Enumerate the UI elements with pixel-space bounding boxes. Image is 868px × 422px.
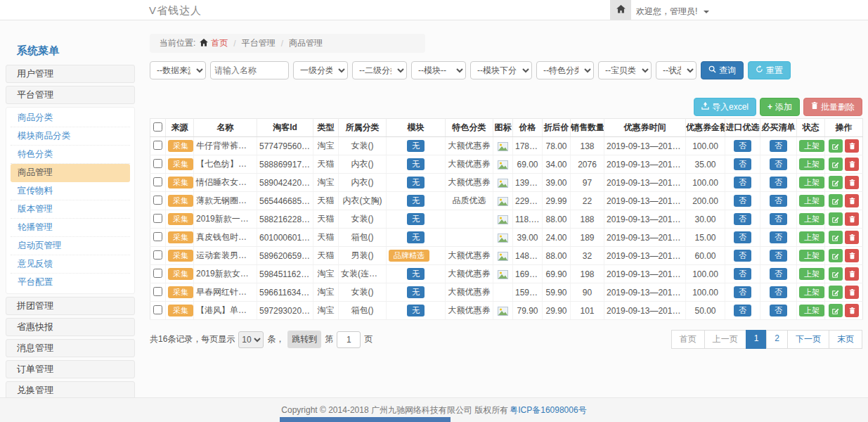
sidebar-item-goods-mgmt[interactable]: 商品管理 (11, 164, 130, 182)
sidebar-item-version-mgmt[interactable]: 版本管理 (11, 200, 130, 219)
sidebar-item-module-goods-category[interactable]: 模块商品分类 (11, 127, 130, 146)
status-select[interactable]: --状态-- (656, 61, 697, 79)
breadcrumb-level1[interactable]: 平台管理 (242, 37, 276, 49)
delete-button[interactable] (845, 176, 859, 189)
sidebar-item-feature-category[interactable]: 特色分类 (11, 146, 130, 164)
sidebar-item-feedback[interactable]: 意见反馈 (11, 255, 130, 274)
row-checkbox[interactable] (153, 287, 162, 296)
sidebar-item-message-mgmt[interactable]: 消息管理 (6, 339, 135, 357)
delete-button[interactable] (845, 231, 859, 244)
delete-button[interactable] (845, 304, 859, 317)
jump-button[interactable]: 跳转到 (287, 331, 321, 348)
edit-button[interactable] (829, 212, 843, 226)
must-buy-toggle[interactable]: 否 (770, 213, 787, 225)
edit-button[interactable] (829, 158, 843, 171)
delete-button[interactable] (845, 194, 859, 207)
sidebar-item-platform-config[interactable]: 平台配置 (11, 274, 130, 292)
row-checkbox[interactable] (153, 269, 162, 278)
import-excel-button[interactable]: 导入excel (694, 98, 756, 116)
module-subcategory-select[interactable]: --模块下分类-- (470, 61, 532, 79)
status-badge[interactable]: 上架 (799, 140, 824, 152)
breadcrumb-level2[interactable]: 商品管理 (289, 37, 323, 49)
edit-button[interactable] (829, 176, 843, 189)
sidebar-item-exchange-mgmt[interactable]: 兑换管理 (6, 381, 135, 397)
import-select-toggle[interactable]: 否 (734, 231, 751, 243)
breadcrumb-home-link[interactable]: 首页 (211, 37, 228, 49)
status-badge[interactable]: 上架 (799, 250, 824, 262)
must-buy-toggle[interactable]: 否 (770, 177, 787, 188)
prev-page-button[interactable]: 上一页 (704, 330, 746, 349)
import-select-toggle[interactable]: 否 (734, 195, 751, 207)
batch-delete-button[interactable]: 批量删除 (803, 98, 862, 116)
sidebar-item-order-mgmt[interactable]: 订单管理 (6, 360, 135, 378)
must-buy-toggle[interactable]: 否 (770, 231, 787, 243)
status-badge[interactable]: 上架 (799, 158, 824, 170)
level1-category-select[interactable]: 一级分类 (293, 61, 348, 79)
row-checkbox[interactable] (153, 159, 162, 168)
import-select-toggle[interactable]: 否 (734, 140, 751, 152)
import-select-toggle[interactable]: 否 (734, 286, 751, 298)
search-button[interactable]: 查询 (701, 61, 744, 79)
status-badge[interactable]: 上架 (799, 177, 824, 188)
status-badge[interactable]: 上架 (799, 231, 824, 243)
add-button[interactable]: + 添加 (760, 98, 800, 116)
home-button[interactable] (610, 0, 631, 20)
status-badge[interactable]: 上架 (799, 268, 824, 280)
first-page-button[interactable]: 首页 (671, 330, 705, 349)
page-2-button[interactable]: 2 (766, 330, 788, 349)
data-source-select[interactable]: --数据来源-- (150, 61, 206, 79)
sidebar-item-promo-material[interactable]: 宣传物料 (11, 182, 130, 200)
delete-button[interactable] (845, 249, 859, 262)
select-all-checkbox[interactable] (153, 122, 162, 132)
must-buy-toggle[interactable]: 否 (770, 305, 787, 316)
import-select-toggle[interactable]: 否 (734, 305, 751, 316)
delete-button[interactable] (845, 267, 859, 281)
sidebar-item-platform-mgmt[interactable]: 平台管理 (6, 86, 135, 104)
sidebar-item-splash-mgmt[interactable]: 启动页管理 (11, 237, 130, 255)
must-buy-toggle[interactable]: 否 (770, 158, 787, 170)
row-checkbox[interactable] (153, 141, 162, 150)
edit-button[interactable] (829, 249, 843, 262)
per-page-select[interactable]: 10 (238, 331, 264, 348)
import-select-toggle[interactable]: 否 (734, 268, 751, 280)
level2-category-select[interactable]: --二级分类-- (352, 61, 407, 79)
name-search-input[interactable] (210, 61, 289, 79)
user-menu[interactable]: 欢迎您，管理员! (636, 6, 709, 18)
must-buy-toggle[interactable]: 否 (770, 250, 787, 262)
row-checkbox[interactable] (153, 214, 162, 223)
status-badge[interactable]: 上架 (799, 286, 824, 298)
delete-button[interactable] (845, 158, 859, 171)
edit-button[interactable] (829, 286, 843, 299)
feature-category-select[interactable]: --特色分类-- (536, 61, 594, 79)
row-checkbox[interactable] (153, 250, 162, 260)
delete-button[interactable] (845, 212, 859, 226)
status-badge[interactable]: 上架 (799, 305, 824, 316)
import-select-toggle[interactable]: 否 (734, 213, 751, 225)
item-type-select[interactable]: --宝贝类型-- (598, 61, 652, 79)
edit-button[interactable] (829, 304, 843, 317)
page-1-button[interactable]: 1 (746, 330, 767, 349)
sidebar-item-express-news[interactable]: 省惠快报 (6, 318, 135, 336)
must-buy-toggle[interactable]: 否 (770, 286, 787, 298)
status-badge[interactable]: 上架 (799, 195, 824, 207)
next-page-button[interactable]: 下一页 (787, 330, 829, 349)
edit-button[interactable] (829, 231, 843, 244)
import-select-toggle[interactable]: 否 (734, 177, 751, 188)
status-badge[interactable]: 上架 (799, 213, 824, 225)
sidebar-item-goods-category[interactable]: 商品分类 (11, 109, 130, 127)
edit-button[interactable] (829, 139, 843, 153)
edit-button[interactable] (829, 194, 843, 207)
row-checkbox[interactable] (153, 177, 162, 186)
import-select-toggle[interactable]: 否 (734, 250, 751, 262)
delete-button[interactable] (845, 286, 859, 299)
edit-button[interactable] (829, 267, 843, 281)
must-buy-toggle[interactable]: 否 (770, 268, 787, 280)
delete-button[interactable] (845, 139, 859, 153)
reset-button[interactable]: 重置 (748, 61, 791, 79)
row-checkbox[interactable] (153, 196, 162, 205)
import-select-toggle[interactable]: 否 (734, 158, 751, 170)
must-buy-toggle[interactable]: 否 (770, 195, 787, 207)
sidebar-item-carousel-mgmt[interactable]: 轮播管理 (11, 219, 130, 237)
row-checkbox[interactable] (153, 305, 162, 314)
last-page-button[interactable]: 末页 (829, 330, 862, 349)
